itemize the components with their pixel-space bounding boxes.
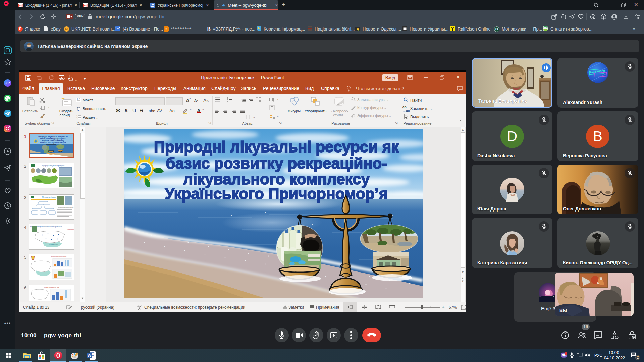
svg-text:Українського Причорномор'я: Українського Причорномор'я [40,142,66,144]
svg-text:Природні лікувальні ресурси як: Природні лікувальні ресурси як [154,138,399,156]
svg-text:Видобуток мінеральних вод: Видобуток мінеральних вод [51,256,67,257]
svg-text:Мінеральні води: Мінеральні води [42,196,56,198]
svg-text:130 родовищ: 130 родовищ [67,228,74,230]
svg-text:W: W [88,353,92,358]
svg-text:Родовища мінеральних вод: Родовища мінеральних вод [58,207,74,208]
svg-text:базис розвитку рекреаційно-: базис розвитку рекреаційно- [166,155,387,172]
svg-text:ЧОРНЕ МОРЕ: ЧОРНЕ МОРЕ [49,244,58,245]
svg-text:Запаси мінеральних вод: Запаси мінеральних вод [44,286,59,288]
svg-text:Українського Причорномор’я: Українського Причорномор’я [165,185,388,202]
svg-text:Природні лікувальні ресурси: Природні лікувальні ресурси [42,165,65,167]
